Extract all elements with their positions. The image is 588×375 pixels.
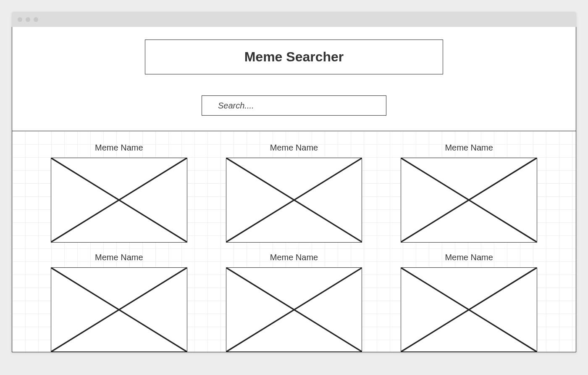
meme-name-label: Meme Name (445, 253, 493, 262)
meme-card[interactable]: Meme Name (51, 143, 187, 243)
meme-name-label: Meme Name (270, 143, 318, 153)
window-titlebar (12, 12, 576, 27)
window-maximize-icon[interactable] (34, 17, 38, 22)
meme-name-label: Meme Name (95, 143, 143, 153)
viewport: Meme Searcher Meme Name Meme Name Meme (12, 27, 576, 352)
meme-name-label: Meme Name (445, 143, 493, 153)
meme-name-label: Meme Name (95, 253, 143, 262)
page-title: Meme Searcher (150, 49, 438, 65)
image-placeholder-icon (401, 158, 537, 243)
header-area: Meme Searcher (12, 27, 576, 131)
window-minimize-icon[interactable] (26, 17, 30, 22)
image-placeholder-icon (51, 267, 187, 352)
image-placeholder-icon (401, 267, 537, 352)
meme-name-label: Meme Name (270, 253, 318, 262)
meme-card[interactable]: Meme Name (401, 253, 537, 352)
image-placeholder-icon (226, 267, 362, 352)
meme-card[interactable]: Meme Name (51, 253, 187, 352)
meme-card[interactable]: Meme Name (226, 143, 362, 243)
browser-window: Meme Searcher Meme Name Meme Name Meme (12, 12, 576, 352)
results-grid: Meme Name Meme Name Meme Name Meme Name (12, 131, 576, 352)
title-box: Meme Searcher (145, 40, 443, 74)
search-input[interactable] (202, 101, 386, 111)
meme-card[interactable]: Meme Name (226, 253, 362, 352)
image-placeholder-icon (51, 158, 187, 243)
image-placeholder-icon (226, 158, 362, 243)
search-box (202, 95, 386, 116)
window-close-icon[interactable] (18, 17, 22, 22)
meme-card[interactable]: Meme Name (401, 143, 537, 243)
